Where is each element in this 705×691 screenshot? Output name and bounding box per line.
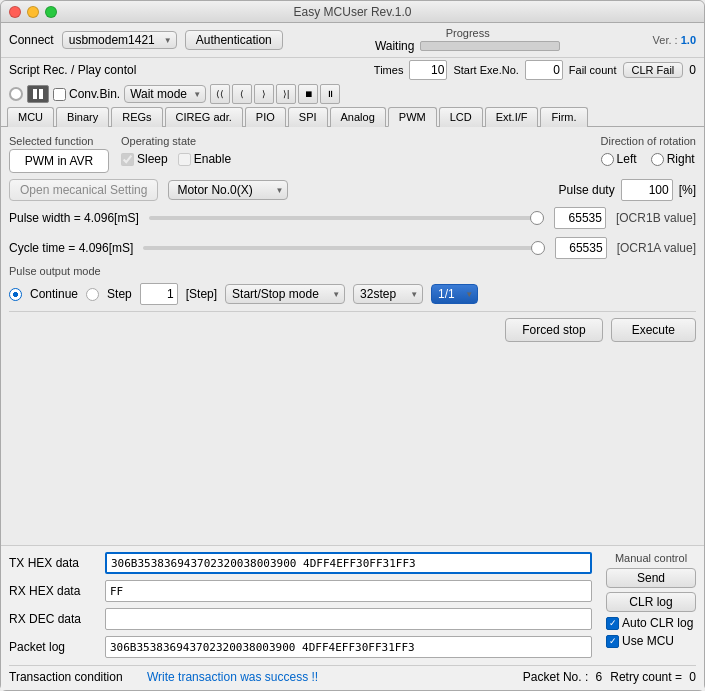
stop-button[interactable]: ⏹: [298, 84, 318, 104]
tab-regs[interactable]: REGs: [111, 107, 162, 127]
script-label: Script Rec. / Play contol: [9, 63, 136, 77]
tab-pwm[interactable]: PWM: [388, 107, 437, 127]
record-radio[interactable]: [9, 87, 23, 101]
times-input[interactable]: [409, 60, 447, 80]
rx-hex-label: RX HEX data: [9, 584, 99, 598]
continue-label: Continue: [30, 287, 78, 301]
rx-dec-input[interactable]: [105, 608, 592, 630]
pulse-mode-row: Continue Step [Step] Start/Stop mode 32s…: [9, 283, 696, 305]
pulse-width-slider[interactable]: [149, 216, 544, 220]
rewind-button[interactable]: ⟨⟨: [210, 84, 230, 104]
enable-label: Enable: [194, 152, 231, 166]
slider-section: Pulse width = 4.096[mS] [OCR1B value] Cy…: [9, 207, 696, 259]
mode-select[interactable]: Start/Stop mode: [225, 284, 345, 304]
tab-spi[interactable]: SPI: [288, 107, 328, 127]
start-exe-input[interactable]: [525, 60, 563, 80]
connect-label: Connect: [9, 33, 54, 47]
step32-select[interactable]: 32step: [353, 284, 423, 304]
pulse-duty-input[interactable]: [621, 179, 673, 201]
top-bar: Connect usbmodem1421 Authentication Prog…: [1, 23, 704, 57]
play-controls: Conv.Bin. Wait mode ⟨⟨ ⟨ ⟩ ⟩| ⏹ ⏸: [1, 82, 704, 106]
close-button[interactable]: [9, 6, 21, 18]
tab-pio[interactable]: PIO: [245, 107, 286, 127]
progress-label: Progress: [446, 27, 490, 39]
progress-section: Progress Waiting: [291, 27, 645, 53]
fraction-select[interactable]: 1/1: [431, 284, 478, 304]
tab-mcu[interactable]: MCU: [7, 107, 54, 127]
function-value: PWM in AVR: [9, 149, 109, 173]
connect-select-wrapper: usbmodem1421: [62, 31, 177, 49]
window-controls: [9, 6, 57, 18]
direction-section: Direction of rotation Left Right: [601, 135, 696, 173]
sleep-checkbox[interactable]: [121, 153, 134, 166]
retry-label: Retry count = 0: [610, 670, 696, 684]
auto-clr-label: Auto CLR log: [622, 616, 693, 630]
version-label: Ver. : 1.0: [653, 34, 696, 46]
tx-hex-input[interactable]: [105, 552, 592, 574]
left-radio[interactable]: [601, 153, 614, 166]
wait-mode-select[interactable]: Wait mode: [124, 85, 206, 103]
rx-dec-row: RX DEC data: [9, 608, 592, 630]
sleep-label: Sleep: [137, 152, 168, 166]
enable-check: Enable: [178, 152, 231, 166]
cycle-time-slider[interactable]: [143, 246, 544, 250]
tab-firm[interactable]: Firm.: [540, 107, 587, 127]
rx-hex-input[interactable]: [105, 580, 592, 602]
cycle-time-input[interactable]: [555, 237, 607, 259]
connect-select[interactable]: usbmodem1421: [62, 31, 177, 49]
direction-label: Direction of rotation: [601, 135, 696, 147]
pulse-duty-row: Pulse duty [%]: [559, 179, 696, 201]
tab-binary[interactable]: Binary: [56, 107, 109, 127]
transaction-row: Transaction condition Write transaction …: [9, 665, 696, 684]
tx-hex-row: TX HEX data: [9, 552, 592, 574]
maximize-button[interactable]: [45, 6, 57, 18]
script-bar: Script Rec. / Play contol Times Start Ex…: [1, 57, 704, 82]
clr-log-button[interactable]: CLR log: [606, 592, 696, 612]
fraction-select-wrapper: 1/1: [431, 284, 478, 304]
fail-count-label: Fail count: [569, 64, 617, 76]
cycle-time-unit: [OCR1A value]: [617, 241, 696, 255]
forced-stop-button[interactable]: Forced stop: [505, 318, 602, 342]
motor-row: Open mecanical Setting Motor No.0(X) Pul…: [9, 179, 696, 201]
auto-clr-checkbox[interactable]: [606, 617, 619, 630]
step-radio[interactable]: [86, 288, 99, 301]
tab-bar: MCU Binary REGs CIREG adr. PIO SPI Analo…: [1, 106, 704, 127]
end-button[interactable]: ⟩|: [276, 84, 296, 104]
continue-radio[interactable]: [9, 288, 22, 301]
minimize-button[interactable]: [27, 6, 39, 18]
tab-lcd[interactable]: LCD: [439, 107, 483, 127]
pulse-width-input[interactable]: [554, 207, 606, 229]
clr-fail-button[interactable]: CLR Fail: [623, 62, 684, 78]
pause-bar-left: [33, 89, 37, 99]
prev-button[interactable]: ⟨: [232, 84, 252, 104]
pause-button[interactable]: [27, 85, 49, 103]
left-radio-item: Left: [601, 152, 637, 166]
wait-mode-wrapper: Wait mode: [124, 85, 206, 103]
operating-label: Operating state: [121, 135, 231, 147]
packet-log-input[interactable]: [105, 636, 592, 658]
enable-checkbox[interactable]: [178, 153, 191, 166]
step-input[interactable]: [140, 283, 178, 305]
script-controls: Times Start Exe.No. Fail count CLR Fail …: [374, 60, 696, 80]
play-button[interactable]: ⏸: [320, 84, 340, 104]
use-mcu-checkbox[interactable]: [606, 635, 619, 648]
motor-select[interactable]: Motor No.0(X): [168, 180, 288, 200]
next-button[interactable]: ⟩: [254, 84, 274, 104]
tx-hex-label: TX HEX data: [9, 556, 99, 570]
tab-extif[interactable]: Ext.I/F: [485, 107, 539, 127]
step32-select-wrapper: 32step: [353, 284, 423, 304]
authentication-button[interactable]: Authentication: [185, 30, 283, 50]
open-mechanical-button[interactable]: Open mecanical Setting: [9, 179, 158, 201]
left-label: Left: [617, 152, 637, 166]
send-button[interactable]: Send: [606, 568, 696, 588]
tab-analog[interactable]: Analog: [330, 107, 386, 127]
mode-select-wrapper: Start/Stop mode: [225, 284, 345, 304]
operating-state-section: Operating state Sleep Enable: [121, 135, 231, 173]
execute-button[interactable]: Execute: [611, 318, 696, 342]
conv-bin-checkbox[interactable]: [53, 88, 66, 101]
tab-cireg[interactable]: CIREG adr.: [165, 107, 243, 127]
right-radio[interactable]: [651, 153, 664, 166]
direction-radios: Left Right: [601, 152, 696, 166]
packet-label: Packet No. : 6: [523, 670, 602, 684]
pulse-width-label: Pulse width = 4.096[mS]: [9, 211, 139, 225]
